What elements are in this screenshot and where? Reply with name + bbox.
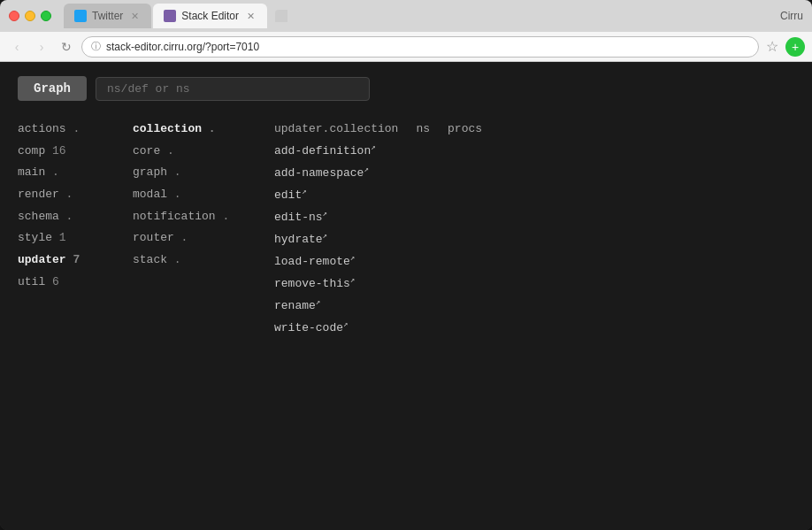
ns-col3: updater.collection ns procs add-definiti… <box>274 119 482 340</box>
ns-col1: actions . comp 16 main . render . schema… <box>18 119 133 294</box>
back-button[interactable]: ‹ <box>7 37 27 57</box>
profile-label: Cirru <box>780 10 803 22</box>
def-remove-this[interactable]: remove-this↗ <box>274 273 482 296</box>
reload-button[interactable]: ↻ <box>57 37 76 57</box>
def-load-remote[interactable]: load-remote↗ <box>274 251 482 273</box>
def-rename[interactable]: rename↗ <box>274 296 482 318</box>
tab-stack-editor-label: Stack Editor <box>181 10 239 22</box>
window-buttons <box>9 11 51 21</box>
address-input-wrap[interactable]: ⓘ stack-editor.cirru.org/?port=7010 <box>81 36 759 58</box>
twitter-favicon <box>74 10 87 22</box>
tab-twitter-label: Twitter <box>92 10 123 22</box>
tab-stack-editor[interactable]: Stack Editor ✕ <box>153 4 267 28</box>
col3-ns-label: updater.collection <box>274 119 398 141</box>
tab-twitter-close[interactable]: ✕ <box>128 10 141 22</box>
def-add-namespace[interactable]: add-namespace↗ <box>274 163 482 185</box>
list-item: actions . comp 16 main . render . schema… <box>18 119 133 294</box>
address-right: ☆ + <box>764 36 805 57</box>
svg-rect-0 <box>275 10 287 22</box>
list-item: collection . core . graph . modal . noti… <box>133 119 274 272</box>
def-add-definition[interactable]: add-definition↗ <box>274 141 482 163</box>
stack-favicon <box>164 10 176 22</box>
minimize-button[interactable] <box>25 11 35 21</box>
tabs-bar: Twitter ✕ Stack Editor ✕ <box>64 4 766 28</box>
forward-button[interactable]: › <box>32 37 51 57</box>
new-tab-button[interactable] <box>269 4 294 28</box>
bookmark-icon[interactable]: ☆ <box>764 36 780 57</box>
search-input[interactable] <box>96 77 370 101</box>
address-text: stack-editor.cirru.org/?port=7010 <box>106 41 749 53</box>
def-edit[interactable]: edit↗ <box>274 185 482 207</box>
browser-window: Twitter ✕ Stack Editor ✕ Cirru ‹ › ↻ ⓘ s… <box>0 0 812 530</box>
list-item[interactable]: add-definition↗ add-namespace↗ edit↗ edi… <box>274 141 482 340</box>
col3-ns-label2: ns <box>416 119 430 141</box>
def-hydrate[interactable]: hydrate↗ <box>274 229 482 251</box>
extension-button[interactable]: + <box>785 37 805 57</box>
toolbar-row: Graph <box>18 76 794 101</box>
col3-procs-label: procs <box>448 119 482 141</box>
address-bar: ‹ › ↻ ⓘ stack-editor.cirru.org/?port=701… <box>0 32 812 62</box>
maximize-button[interactable] <box>41 11 51 21</box>
ns-col2: collection . core . graph . modal . noti… <box>133 119 274 272</box>
title-bar: Twitter ✕ Stack Editor ✕ Cirru <box>0 0 812 32</box>
graph-button[interactable]: Graph <box>18 76 87 101</box>
close-button[interactable] <box>9 11 19 21</box>
lock-icon: ⓘ <box>91 40 101 53</box>
def-write-code[interactable]: write-code↗ <box>274 318 482 340</box>
namespace-area: actions . comp 16 main . render . schema… <box>18 119 794 340</box>
tab-twitter[interactable]: Twitter ✕ <box>64 4 151 28</box>
app-content: Graph actions . comp 16 main . render . … <box>0 62 812 530</box>
def-edit-ns[interactable]: edit-ns↗ <box>274 207 482 229</box>
tab-stack-editor-close[interactable]: ✕ <box>244 10 257 22</box>
